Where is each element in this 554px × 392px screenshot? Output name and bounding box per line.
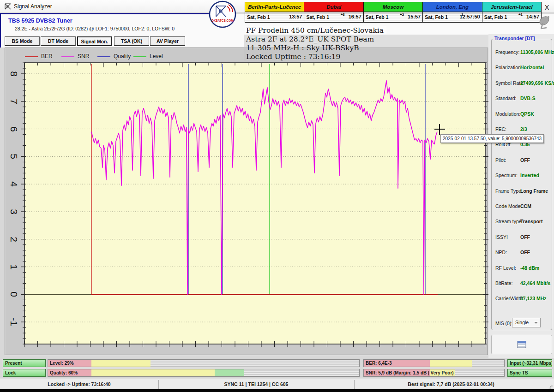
status-bar: Locked -> Uptime: 73:16:40 SYNC 11 | TEI… <box>0 379 554 389</box>
legend-label-ber: BER <box>41 53 53 59</box>
ber-bar-segment <box>430 360 472 367</box>
mis-value: Single <box>515 320 529 325</box>
tp-label-7: Pilot: <box>495 157 506 163</box>
right-column: Transponder [DT] Frequency:11305,006 MHz… <box>488 34 554 358</box>
tp-value-1: Horizontal <box>520 65 544 70</box>
tp-value-8: Inverted <box>520 172 539 178</box>
clock-time: 12:57:50 <box>460 14 480 19</box>
transponder-group-title: Transponder [DT] <box>493 36 536 41</box>
tp-value-13: OFF <box>520 249 530 255</box>
ts-tool-button[interactable] <box>491 335 552 354</box>
tooltip-text: 2025-02-01 13.57.50, value: 5,9000000953… <box>443 136 542 141</box>
resize-grip[interactable] <box>548 385 553 389</box>
tab-av-player[interactable]: AV Player <box>150 36 185 46</box>
tp-value-15: 42,464 Mbit/s <box>520 280 550 286</box>
tp-value-2: 27499,696 KS/s <box>520 80 554 86</box>
y-tick-label: 7 <box>8 95 19 107</box>
status-sync-counters: SYNC 11 | TEI 1254 | CC 605 <box>158 381 354 387</box>
quality-bar-segment <box>91 369 214 376</box>
clock-utc-offset: +3 <box>341 12 345 17</box>
clock-time-row: Sat, Feb 113:57 <box>245 12 304 22</box>
level-progress-bar: Level: 29% <box>48 359 360 367</box>
tp-value-16: 37,123 MHz <box>520 296 547 301</box>
y-tick-label: 8 <box>8 68 19 80</box>
level-bar-label: Level: 29% <box>50 360 74 367</box>
clock-time-row: Sat, Feb 1-112:57:50 <box>423 12 482 22</box>
tp-label-16: CarrierWidth: <box>495 296 524 301</box>
tab-tsa-ok-[interactable]: TSA (OK) <box>114 36 149 46</box>
tp-value-12: OFF <box>520 234 530 240</box>
tp-value-4: QPSK <box>520 111 534 117</box>
clock-time-row: Sat, Feb 1+316:57 <box>304 12 363 22</box>
tuner-title: TBS 5925 DVBS2 Tuner <box>8 18 72 24</box>
quality-bar-label: Quality: 60% <box>50 369 78 376</box>
clock-time-row: Sat, Feb 1+215:57 <box>364 12 422 22</box>
tab-bs-mode[interactable]: BS Mode <box>5 36 40 46</box>
clock-berlin-paris-lu-enec: Berlin-Paris-LučenecSat, Feb 113:57 <box>245 2 304 22</box>
y-tick-label: 5 <box>8 150 19 162</box>
legend-swatch-snr <box>61 56 74 57</box>
clock-time-row: Sat, Feb 1+114:57 <box>482 12 541 22</box>
logo-text: DXSATCS.COM <box>211 19 234 22</box>
legend-label-snr: SNR <box>78 53 89 59</box>
tp-label-12: ISSYI <box>495 234 508 240</box>
legend-swatch-ber <box>25 56 38 57</box>
clock-time: 16:57 <box>349 14 361 19</box>
clock-date: Sat, Feb 1 <box>484 14 507 20</box>
clock-date: Sat, Feb 1 <box>366 14 389 20</box>
overlay-antenna: PF Prodelin 450 cm/Lučenec-Slovakia <box>245 26 386 35</box>
world-clocks: Berlin-Paris-LučenecSat, Feb 113:57Dubai… <box>245 2 542 23</box>
clock-jerusalem-israel: Jerusalem-IsraelSat, Feb 1+114:57 <box>482 2 541 22</box>
tp-value-7: OFF <box>520 157 530 163</box>
clock-city: Dubai <box>304 2 363 12</box>
clock-moscow: MoscowSat, Feb 1+215:57 <box>364 2 423 22</box>
status-best-signal: Best signal: 7,7 dB (2025-02-01 00:34) <box>354 381 548 387</box>
y-tick-label: -1 <box>8 316 19 328</box>
tp-value-14: -48 dBm <box>520 265 539 271</box>
table-icon <box>517 341 526 348</box>
overlay-satellite: Astra 2F at 28.2°E_UK SPOT Beam <box>245 35 377 43</box>
taskbar[interactable] <box>0 389 554 392</box>
tp-label-9: Frame Type: <box>495 188 523 194</box>
y-tick-label: 4 <box>8 178 19 190</box>
tp-label-3: Standard: <box>495 95 517 101</box>
signal-analyzer-window: Signal Analyzer TBS 5925 DVBS2 Tuner 28.… <box>0 0 554 392</box>
tp-label-14: RF Level: <box>495 265 516 271</box>
tab-signal-mon-[interactable]: Signal Mon. <box>77 36 112 46</box>
window-title: Signal Analyzer <box>14 3 52 10</box>
snr-progress-bar: SNR: 5,9 dB (Margin: 1,5 dB | Very Poor) <box>363 369 505 377</box>
ber-progress-bar: BER: 6,4E-3 <box>363 359 505 367</box>
clock-date: Sat, Feb 1 <box>306 14 329 20</box>
tab-dt-mode[interactable]: DT Mode <box>41 36 76 46</box>
satellite-dish-icon <box>536 14 553 32</box>
quality-bar-segment <box>215 369 244 376</box>
clock-city: London, Eng <box>423 2 482 12</box>
tp-label-15: BitRate: <box>495 280 512 286</box>
tp-value-3: DVB-S <box>520 95 536 101</box>
clock-city: Berlin-Paris-Lučenec <box>245 2 304 12</box>
close-icon[interactable]: X <box>545 4 549 11</box>
crosshair-cursor <box>439 124 440 135</box>
transponder-groupbox: Frequency:11305,006 MHzPolarization:Hori… <box>491 39 552 330</box>
tp-label-8: Spectrum: <box>495 172 518 178</box>
dxsatcs-logo: DXSATCS.COM <box>208 0 237 29</box>
mis-dropdown[interactable]: Single <box>512 318 541 327</box>
legend-swatch-level <box>133 56 146 57</box>
y-tick-label: 3 <box>8 206 19 218</box>
tp-value-5: 2/3 <box>520 126 527 132</box>
tp-label-10: Code Mode: <box>495 203 522 209</box>
clock-city: Jerusalem-Israel <box>482 2 541 12</box>
ber-bar-label: BER: 6,4E-3 <box>366 360 392 367</box>
legend-label-level: Level <box>150 53 163 59</box>
clock-date: Sat, Feb 1 <box>425 14 448 20</box>
input-bitrate-indicator: Input (~32,31 Mbps) <box>507 359 552 367</box>
tp-label-11: Stream type: <box>495 219 523 224</box>
sync-ts-indicator: Sync TS <box>507 369 552 377</box>
clock-time: 13:57 <box>289 14 302 19</box>
app-icon <box>4 3 12 10</box>
lock-indicator: Lock <box>3 369 46 377</box>
mis-label: MIS (0): <box>495 321 512 326</box>
signal-chart[interactable] <box>24 63 485 344</box>
tp-label-1: Polarization: <box>495 65 522 70</box>
y-tick-label: 0 <box>8 288 19 300</box>
